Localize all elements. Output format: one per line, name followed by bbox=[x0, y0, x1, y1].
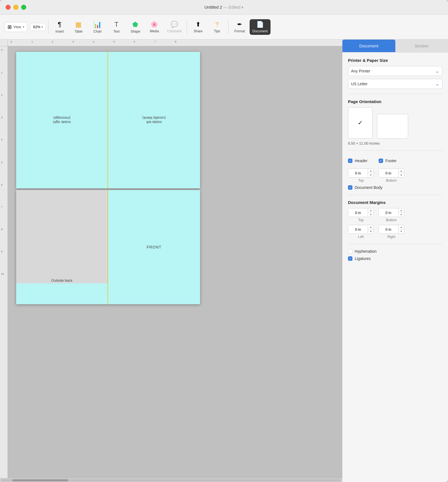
footer-decrement-button[interactable]: ▼ bbox=[398, 173, 404, 177]
comment-button[interactable]: 💬 Comment bbox=[164, 19, 184, 35]
tips-icon: ? bbox=[215, 21, 219, 28]
ruler-mark-2: 2 bbox=[52, 40, 53, 43]
margin-left-input-row: ▲ ▼ bbox=[348, 225, 374, 234]
document-button[interactable]: 📄 Document bbox=[250, 19, 271, 35]
printer-value: Any Printer bbox=[351, 69, 370, 73]
maximize-button[interactable] bbox=[21, 5, 26, 10]
table-icon: ▦ bbox=[75, 21, 82, 28]
margin-bottom-input-row: ▲ ▼ bbox=[378, 208, 404, 217]
page-outside-back-area[interactable]: Outside back bbox=[16, 190, 108, 304]
ruler-mark-3: 3 bbox=[72, 40, 74, 43]
margin-left-spinner-buttons: ▲ ▼ bbox=[368, 225, 374, 233]
text-icon: T bbox=[115, 21, 119, 28]
canvas-with-ruler: 0 1 2 3 4 5 6 7 8 9 10 bbox=[0, 46, 342, 478]
margin-right-label: Right bbox=[387, 235, 395, 239]
divider4 bbox=[348, 244, 442, 244]
margin-right-increment-button[interactable]: ▲ bbox=[398, 225, 404, 229]
chart-icon: 📊 bbox=[93, 21, 102, 28]
text-button[interactable]: T Text bbox=[108, 19, 125, 35]
margin-right-decrement-button[interactable]: ▼ bbox=[398, 229, 404, 233]
shape-label: Shape bbox=[131, 30, 140, 33]
chart-button[interactable]: 📊 Chart bbox=[89, 19, 106, 35]
footer-increment-button[interactable]: ▲ bbox=[398, 169, 404, 173]
tab-section[interactable]: Section bbox=[395, 40, 448, 52]
format-button[interactable]: ✒ Format bbox=[231, 19, 249, 35]
page-inside-left-text: inside left (usually blank) bbox=[142, 116, 166, 124]
margin-top-decrement-button[interactable]: ▼ bbox=[368, 213, 374, 217]
page-inside-right[interactable]: inside right (message) bbox=[16, 52, 108, 188]
header-increment-button[interactable]: ▲ bbox=[368, 169, 374, 173]
panel-content: Printer & Paper Size Any Printer ⌄ US Le… bbox=[342, 52, 448, 482]
zoom-chevron-icon: ▾ bbox=[42, 25, 43, 28]
scrollbar-thumb[interactable] bbox=[12, 479, 68, 481]
tips-button[interactable]: ? Tips bbox=[208, 19, 226, 35]
canvas-area: 0 1 2 3 4 5 6 7 8 0 1 2 3 bbox=[0, 40, 342, 482]
toolbar: ⊞ View ▾ 82% ▾ ¶ Insert ▦ Table 📊 Chart … bbox=[0, 14, 448, 40]
hyphenation-checkbox[interactable] bbox=[348, 249, 352, 254]
paper-dropdown-arrow-icon: ⌄ bbox=[435, 81, 439, 87]
zoom-button[interactable]: 82% ▾ bbox=[30, 23, 46, 31]
margin-left-input[interactable] bbox=[348, 225, 368, 233]
insert-button[interactable]: ¶ Insert bbox=[51, 19, 69, 35]
page-inside-left[interactable]: inside left (usually blank) bbox=[108, 52, 200, 188]
insert-icon: ¶ bbox=[58, 21, 62, 28]
spread-inner-bottom: Outside back FRONT bbox=[16, 190, 200, 304]
margin-bottom-spinner-buttons: ▲ ▼ bbox=[398, 208, 404, 217]
ligatures-checkbox[interactable]: ✓ bbox=[348, 256, 352, 261]
document-scroll[interactable]: inside right (message) inside left (usua… bbox=[8, 46, 342, 478]
margin-left-increment-button[interactable]: ▲ bbox=[368, 225, 374, 229]
margin-bottom-decrement-button[interactable]: ▼ bbox=[398, 213, 404, 217]
margin-left-decrement-button[interactable]: ▼ bbox=[368, 229, 374, 233]
ruler-mark-7: 7 bbox=[154, 40, 156, 43]
separator bbox=[48, 20, 48, 34]
view-button[interactable]: ⊞ View ▾ bbox=[4, 22, 27, 32]
footer-bottom-spinner: ▲ ▼ Bottom bbox=[378, 169, 404, 182]
footer-checkbox[interactable]: ✓ bbox=[379, 159, 383, 163]
portrait-option[interactable]: ✓ bbox=[348, 107, 372, 138]
margin-right-spinner-buttons: ▲ ▼ bbox=[398, 225, 404, 233]
portrait-check-icon: ✓ bbox=[358, 119, 363, 126]
header-decrement-button[interactable]: ▼ bbox=[368, 173, 374, 177]
footer-bottom-input[interactable] bbox=[379, 169, 398, 177]
window-title: Untitled 2 — Edited ▾ bbox=[204, 5, 244, 9]
shape-button[interactable]: ⬟ Shape bbox=[126, 19, 144, 35]
margin-bottom-input[interactable] bbox=[379, 208, 398, 217]
portrait-preview: ✓ bbox=[348, 107, 372, 138]
close-button[interactable] bbox=[6, 5, 11, 10]
scrollbar-track bbox=[1, 479, 341, 481]
margin-top-increment-button[interactable]: ▲ bbox=[368, 208, 374, 213]
tab-document[interactable]: Document bbox=[342, 40, 395, 52]
main-area: 0 1 2 3 4 5 6 7 8 0 1 2 3 bbox=[0, 40, 448, 482]
v-ruler-1: 1 bbox=[1, 71, 3, 74]
doc-body-check-icon: ✓ bbox=[349, 186, 352, 189]
document-body-checkbox[interactable]: ✓ bbox=[348, 185, 352, 190]
horizontal-scrollbar[interactable] bbox=[0, 478, 342, 482]
header-top-spinner: ▲ ▼ Top bbox=[348, 169, 374, 182]
header-top-input[interactable] bbox=[348, 169, 368, 177]
media-label: Media bbox=[150, 29, 159, 33]
printer-dropdown[interactable]: Any Printer ⌄ bbox=[348, 66, 442, 76]
inside-right-line2: (message) bbox=[53, 116, 71, 120]
margin-top-label: Top bbox=[358, 218, 364, 222]
page-front[interactable]: FRONT bbox=[108, 190, 200, 304]
table-button[interactable]: ▦ Table bbox=[70, 19, 87, 35]
margin-right-input[interactable] bbox=[379, 225, 398, 233]
fold-guide bbox=[108, 52, 108, 188]
landscape-option[interactable] bbox=[377, 114, 408, 138]
inside-left-line1: inside left bbox=[142, 120, 166, 124]
v-ruler-4: 4 bbox=[1, 138, 3, 141]
minimize-button[interactable] bbox=[13, 5, 18, 10]
format-icon: ✒ bbox=[237, 21, 242, 28]
separator3 bbox=[228, 20, 228, 34]
header-checkbox[interactable]: ✓ bbox=[348, 159, 352, 163]
page-inside-right-text: inside right (message) bbox=[53, 116, 71, 124]
margin-left-right-group: ▲ ▼ Left ▲ ▼ bbox=[348, 225, 442, 239]
v-ruler-8: 8 bbox=[1, 228, 3, 231]
margin-bottom-increment-button[interactable]: ▲ bbox=[398, 208, 404, 213]
media-button[interactable]: 🌸 Media bbox=[145, 19, 163, 35]
share-button[interactable]: ⬆ Share bbox=[189, 19, 207, 35]
shape-icon: ⬟ bbox=[132, 21, 138, 28]
paper-dropdown[interactable]: US Letter ⌄ bbox=[348, 79, 442, 89]
margin-top-input[interactable] bbox=[348, 208, 368, 217]
orientation-title: Page Orientation bbox=[348, 99, 442, 104]
